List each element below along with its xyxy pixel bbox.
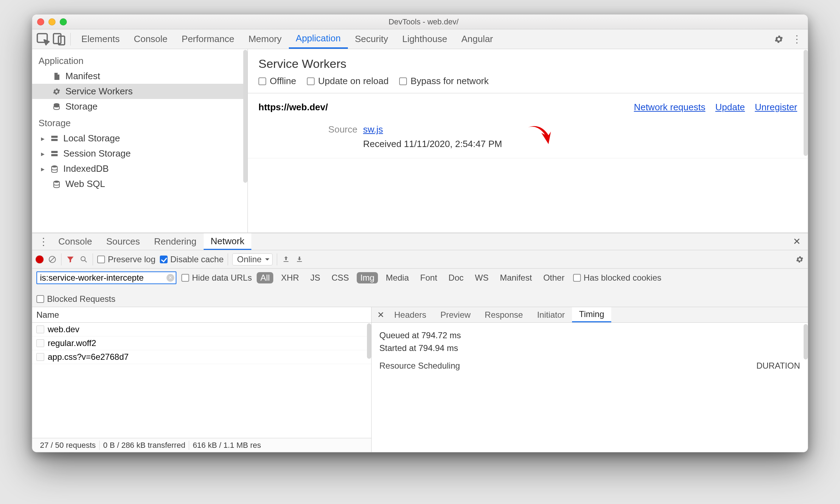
titlebar: DevTools - web.dev/ <box>32 14 808 29</box>
expand-icon[interactable]: ▸ <box>40 150 46 158</box>
sidebar-item-label: Service Workers <box>65 86 133 97</box>
tab-application[interactable]: Application <box>289 29 348 49</box>
detail-scrollbar[interactable] <box>804 324 808 359</box>
sidebar-section-title: Application <box>32 52 247 69</box>
status-transferred: 0 B / 286 kB transferred <box>100 441 189 450</box>
hide-data-urls-checkbox[interactable]: Hide data URLs <box>181 273 252 283</box>
request-row[interactable]: regular.woff2 <box>32 336 371 350</box>
sidebar-scrollbar[interactable] <box>243 50 247 183</box>
detail-tab-headers[interactable]: Headers <box>387 307 433 322</box>
tab-memory[interactable]: Memory <box>241 29 289 49</box>
inspect-element-icon[interactable] <box>36 31 51 47</box>
sidebar-item-session-storage[interactable]: ▸Session Storage <box>32 146 247 161</box>
request-list[interactable]: web.devregular.woff2app.css?v=6e2768d7 <box>32 323 371 438</box>
detail-tab-response[interactable]: Response <box>478 307 530 322</box>
localstorage-icon <box>50 134 59 143</box>
filter-type-all[interactable]: All <box>257 272 273 283</box>
update-link[interactable]: Update <box>715 102 745 113</box>
filter-type-css[interactable]: CSS <box>328 272 352 283</box>
tab-angular[interactable]: Angular <box>454 29 500 49</box>
file-icon <box>52 72 61 81</box>
disable-cache-checkbox[interactable]: Disable cache <box>160 254 224 264</box>
search-icon[interactable] <box>79 255 88 264</box>
svg-point-9 <box>54 181 59 183</box>
expand-icon[interactable]: ▸ <box>40 165 46 173</box>
request-list-scrollbar[interactable] <box>367 323 371 359</box>
filter-type-js[interactable]: JS <box>307 272 324 283</box>
network-requests-link[interactable]: Network requests <box>634 102 705 113</box>
unregister-link[interactable]: Unregister <box>755 102 797 113</box>
filter-type-xhr[interactable]: XHR <box>278 272 303 283</box>
filter-type-img[interactable]: Img <box>357 272 378 283</box>
tab-lighthouse[interactable]: Lighthouse <box>395 29 454 49</box>
devtools-drawer: ⋮ ConsoleSourcesRenderingNetwork ✕ Prese… <box>32 233 808 452</box>
preserve-log-checkbox[interactable]: Preserve log <box>97 254 156 264</box>
update-on-reload-checkbox[interactable]: Update on reload <box>307 76 389 87</box>
sidebar-section-title: Storage <box>32 114 247 131</box>
drawer-tab-rendering[interactable]: Rendering <box>147 233 204 250</box>
received-text: Received 11/11/2020, 2:54:47 PM <box>363 139 797 150</box>
filter-input[interactable] <box>36 271 176 284</box>
request-row[interactable]: app.css?v=6e2768d7 <box>32 350 371 364</box>
sidebar-item-manifest[interactable]: Manifest <box>32 69 247 84</box>
blocked-requests-checkbox[interactable]: Blocked Requests <box>36 294 115 304</box>
filter-icon[interactable] <box>66 255 75 264</box>
source-link[interactable]: sw.js <box>363 124 383 135</box>
close-window-button[interactable] <box>37 18 44 25</box>
sidebar-item-indexeddb[interactable]: ▸IndexedDB <box>32 161 247 176</box>
request-name: regular.woff2 <box>48 338 96 348</box>
filter-type-doc[interactable]: Doc <box>445 272 467 283</box>
sidebar-item-storage[interactable]: Storage <box>32 99 247 114</box>
request-name: app.css?v=6e2768d7 <box>48 352 129 362</box>
settings-icon[interactable] <box>771 31 787 47</box>
filter-type-ws[interactable]: WS <box>471 272 492 283</box>
gear-icon <box>52 87 61 96</box>
request-list-pane: Name web.devregular.woff2app.css?v=6e276… <box>32 307 372 452</box>
tab-security[interactable]: Security <box>348 29 395 49</box>
request-row[interactable]: web.dev <box>32 323 371 336</box>
drawer-tab-network[interactable]: Network <box>204 233 251 250</box>
sidebar-item-service-workers[interactable]: Service Workers <box>32 84 247 99</box>
file-type-icon <box>36 326 44 333</box>
detail-close-button[interactable]: ✕ <box>374 310 387 320</box>
sw-origin: https://web.dev/ <box>258 102 328 113</box>
drawer-close-button[interactable]: ✕ <box>789 236 805 247</box>
detail-tab-preview[interactable]: Preview <box>433 307 478 322</box>
tab-performance[interactable]: Performance <box>175 29 241 49</box>
device-toolbar-icon[interactable] <box>51 31 67 47</box>
clear-icon[interactable] <box>48 255 57 264</box>
upload-har-icon[interactable] <box>281 255 291 264</box>
filter-input-wrapper: × <box>36 271 176 284</box>
detail-tab-timing[interactable]: Timing <box>572 307 611 322</box>
update-on-reload-label: Update on reload <box>318 76 389 87</box>
expand-icon[interactable]: ▸ <box>40 134 46 143</box>
sidebar-item-web-sql[interactable]: Web SQL <box>32 176 247 192</box>
filter-type-other[interactable]: Other <box>540 272 568 283</box>
service-workers-panel: Service Workers Offline Update on reload… <box>248 49 808 233</box>
offline-checkbox[interactable]: Offline <box>258 76 296 87</box>
sidebar-item-local-storage[interactable]: ▸Local Storage <box>32 131 247 146</box>
detail-tabstrip: ✕ HeadersPreviewResponseInitiatorTiming <box>372 307 808 323</box>
has-blocked-cookies-checkbox[interactable]: Has blocked cookies <box>573 273 661 283</box>
filter-type-font[interactable]: Font <box>417 272 441 283</box>
detail-tab-initiator[interactable]: Initiator <box>530 307 572 322</box>
tab-console[interactable]: Console <box>127 29 174 49</box>
throttling-select[interactable]: Online <box>232 253 272 265</box>
filter-type-media[interactable]: Media <box>382 272 412 283</box>
storage-icon <box>52 102 61 111</box>
drawer-tab-sources[interactable]: Sources <box>99 233 147 250</box>
record-button[interactable] <box>36 256 43 263</box>
network-status-bar: 27 / 50 requests 0 B / 286 kB transferre… <box>32 438 371 452</box>
drawer-more-icon[interactable]: ⋮ <box>35 236 51 247</box>
tab-elements[interactable]: Elements <box>74 29 127 49</box>
clear-filter-icon[interactable]: × <box>167 274 174 282</box>
sidebar-item-label: Manifest <box>65 71 100 82</box>
drawer-tab-console[interactable]: Console <box>51 233 99 250</box>
application-sidebar[interactable]: ApplicationManifestService WorkersStorag… <box>32 49 248 233</box>
download-har-icon[interactable] <box>295 255 304 264</box>
annotation-arrow-icon <box>527 124 557 151</box>
bypass-for-network-checkbox[interactable]: Bypass for network <box>399 76 489 87</box>
network-settings-icon[interactable] <box>795 255 804 264</box>
filter-type-manifest[interactable]: Manifest <box>496 272 536 283</box>
more-options-icon[interactable]: ⋮ <box>789 31 804 47</box>
